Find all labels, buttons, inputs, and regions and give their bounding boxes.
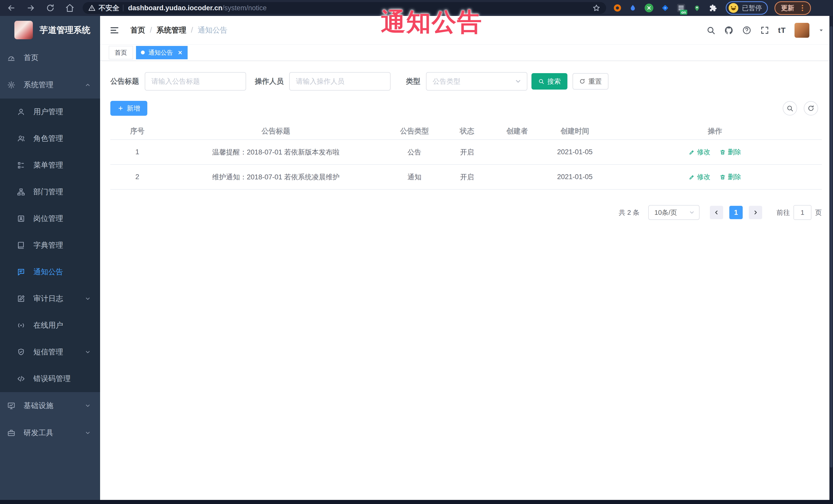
next-page-button[interactable] [749,206,762,219]
row-type: 公告 [387,148,442,157]
edit-log-icon [17,295,25,303]
goto-label: 前往 [777,208,790,217]
extension-orange-ring-icon[interactable] [614,4,621,11]
forward-icon[interactable] [26,3,35,13]
search-icon[interactable] [706,26,715,35]
chevron-down-icon [689,209,695,216]
extension-droplet-icon[interactable] [629,4,637,12]
breadcrumb-current: 通知公告 [197,25,228,35]
org-tree-icon [17,188,25,196]
refresh-table-button[interactable] [804,101,818,116]
sidebar-item-infrastructure[interactable]: 基础设施 [0,392,100,419]
browser-menu-dots-icon[interactable] [799,4,807,12]
sidebar-item-dev-tools[interactable]: 研发工具 [0,419,100,447]
page-number-button[interactable]: 1 [729,206,743,219]
edit-button[interactable]: 修改 [689,148,710,157]
url-path: /system/notice [222,4,267,12]
sidebar-item-audit-log[interactable]: 审计日志 [0,285,100,312]
breadcrumb: 首页 / 系统管理 / 通知公告 [130,25,228,35]
goto-page-input[interactable] [793,205,811,220]
notice-type-select[interactable]: 公告类型 [426,72,527,91]
close-tab-icon[interactable] [177,50,183,56]
user-avatar[interactable] [794,23,809,38]
table-toolbar: 新增 [110,101,822,116]
col-header-creator: 创建者 [493,126,542,136]
shield-check-icon [17,348,25,356]
prev-page-button[interactable] [710,206,723,219]
sidebar-item-role-management[interactable]: 角色管理 [0,125,100,152]
add-notice-button[interactable]: 新增 [110,101,147,116]
browser-profile-chip[interactable]: 已暂停 [726,1,768,15]
col-header-index: 序号 [110,126,164,136]
menu-tree-icon [17,161,25,169]
search-button[interactable]: 搜索 [531,73,567,90]
help-icon[interactable] [742,26,752,35]
operator-label: 操作人员 [255,76,284,86]
operator-input[interactable] [289,72,390,91]
chevron-down-icon [85,349,91,355]
app-logo-row[interactable]: 芋道管理系统 [0,16,100,44]
page-size-select[interactable]: 10条/页 [648,205,699,220]
toggle-search-button[interactable] [783,101,797,116]
edit-button[interactable]: 修改 [689,172,710,182]
notice-title-label: 公告标题 [110,76,139,86]
scrollbar-thumb[interactable] [830,26,832,467]
breadcrumb-home[interactable]: 首页 [130,25,145,35]
hamburger-collapse-icon[interactable] [109,25,120,35]
extension-list-icon[interactable]: on [677,4,685,12]
gear-icon [7,81,16,89]
extension-on-badge: on [680,10,687,15]
extension-pin-icon[interactable] [693,4,701,12]
tab-notice-announcement[interactable]: 通知公告 [136,46,188,59]
sidebar-item-home[interactable]: 首页 [0,44,100,71]
system-management-submenu: 用户管理 角色管理 菜单管理 部门管理 岗位管理 字典管理 通知公告 审计日志 [0,99,100,392]
window-bottom-edge [0,500,833,504]
sidebar-item-error-code-management[interactable]: 错误码管理 [0,365,100,392]
breadcrumb-section[interactable]: 系统管理 [157,25,186,35]
sidebar-item-menu-management[interactable]: 菜单管理 [0,152,100,178]
sidebar-item-sms-management[interactable]: 短信管理 [0,339,100,365]
delete-button[interactable]: 删除 [719,172,741,182]
pencil-icon [689,174,695,180]
delete-button[interactable]: 删除 [719,148,741,157]
search-filter-form: 公告标题 操作人员 类型 公告类型 搜索 重置 [110,72,822,91]
browser-update-button[interactable]: 更新 [775,1,811,15]
reset-button[interactable]: 重置 [573,73,609,90]
extension-green-circle-icon[interactable] [645,4,653,12]
extensions-puzzle-icon[interactable] [709,4,717,12]
sidebar-item-online-users[interactable]: 在线用户 [0,312,100,339]
extension-diamond-icon[interactable] [661,4,669,12]
back-icon[interactable] [7,3,16,13]
fullscreen-icon[interactable] [760,26,769,35]
col-header-title: 公告标题 [164,126,387,136]
sidebar-item-dict-management[interactable]: 字典管理 [0,232,100,259]
chevron-right-icon [753,209,759,216]
sidebar-item-department-management[interactable]: 部门管理 [0,178,100,205]
not-secure-label[interactable]: 不安全 [98,3,119,13]
sidebar-item-post-management[interactable]: 岗位管理 [0,205,100,232]
notice-title-input[interactable] [145,72,246,91]
caret-down-icon[interactable] [818,27,824,33]
chevron-down-icon [85,403,91,409]
sidebar-item-system-management[interactable]: 系统管理 [0,71,100,99]
page-scrollbar[interactable] [829,16,833,500]
pencil-icon [689,149,695,155]
address-bar[interactable]: 不安全 dashboard.yudao.iocoder.cn /system/n… [82,2,606,14]
chevron-down-icon [85,296,91,302]
trash-icon [719,174,726,180]
sidebar: 芋道管理系统 首页 系统管理 用户管理 角色管理 菜单管理 部门管理 岗位管理 [0,16,100,500]
sidebar-item-notice-announcement[interactable]: 通知公告 [0,259,100,285]
notice-table: 序号 公告标题 公告类型 状态 创建者 创建时间 操作 1 温馨提醒：2018-… [110,123,822,190]
breadcrumb-separator: / [191,26,193,34]
tab-home[interactable]: 首页 [109,46,133,59]
font-size-icon[interactable]: tT [778,26,786,34]
col-header-actions: 操作 [608,126,822,136]
bookmark-star-icon[interactable] [592,4,600,12]
plus-icon [118,105,124,111]
row-status: 开启 [442,148,493,157]
sidebar-item-user-management[interactable]: 用户管理 [0,99,100,125]
github-icon[interactable] [724,26,733,35]
home-icon[interactable] [65,3,74,13]
table-row: 2 维护通知：2018-07-01 若依系统凌晨维护 通知 开启 2021-01… [110,165,822,190]
reload-icon[interactable] [46,3,55,13]
